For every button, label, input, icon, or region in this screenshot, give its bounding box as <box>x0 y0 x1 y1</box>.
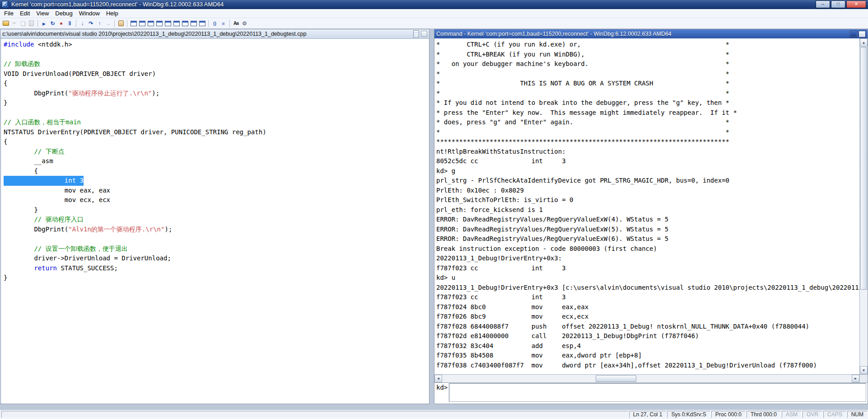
source-line[interactable]: DbgPrint("驱动程序停止运行了.\r\n"); <box>4 89 429 99</box>
title-bar[interactable]: Kernel 'com:port=com1,baud=115200,reconn… <box>0 0 868 9</box>
go-button[interactable] <box>40 20 48 27</box>
scroll-right-icon[interactable]: ► <box>852 375 859 382</box>
options-button[interactable] <box>241 20 248 27</box>
scratch-pad-button[interactable] <box>190 20 197 27</box>
source-line[interactable] <box>4 50 429 60</box>
toolbar-separator <box>229 20 230 27</box>
source-code[interactable]: #include <ntddk.h>// 卸载函数VOID DriverUnlo… <box>0 39 429 404</box>
menu-view[interactable]: View <box>33 9 52 17</box>
window-controls: – □ × <box>816 0 866 8</box>
menu-file[interactable]: File <box>1 9 17 17</box>
source-line[interactable]: // 入口函数，相当于main <box>4 118 429 127</box>
close-button[interactable]: × <box>846 0 866 8</box>
source-window: c:\users\alvin\documents\visual studio 2… <box>0 29 429 404</box>
source-window-titlebar[interactable]: c:\users\alvin\documents\visual studio 2… <box>0 29 429 39</box>
watch-window-button[interactable] <box>138 20 146 27</box>
vertical-scroll-track[interactable] <box>860 290 868 366</box>
break-button[interactable] <box>66 20 74 27</box>
status-asm: ASM <box>782 411 802 418</box>
source-line[interactable]: DbgPrint("Alv1n的第一个驱动程序.\r\n"); <box>4 225 429 235</box>
source-line[interactable] <box>4 108 429 118</box>
source-line[interactable]: mov eax, eax <box>4 186 429 196</box>
step-out-button[interactable] <box>96 20 103 27</box>
status-bar: Ln 27, Col 1Sys 0:KdSrv:SProc 000:0Thrd … <box>0 410 868 419</box>
source-line[interactable]: __asm <box>4 156 429 166</box>
vertical-scroll-thumb[interactable] <box>860 47 867 290</box>
source-line[interactable]: } <box>4 273 429 283</box>
step-over-button[interactable] <box>87 20 95 27</box>
registers-window-button[interactable] <box>155 20 163 27</box>
source-line[interactable]: int 3 <box>4 176 429 186</box>
processes-threads-button[interactable] <box>198 20 206 27</box>
disassembly-window-button[interactable] <box>181 20 189 27</box>
menu-window[interactable]: Window <box>76 9 103 17</box>
toolbar-separator <box>114 20 115 27</box>
toolbar <box>0 18 868 29</box>
step-into-button[interactable] <box>79 20 86 27</box>
copy-button[interactable] <box>19 20 27 27</box>
horizontal-scroll-track[interactable] <box>442 375 852 382</box>
source-line[interactable]: { <box>4 79 429 89</box>
status-position: Ln 27, Col 1 <box>629 411 667 418</box>
command-window-titlebar[interactable]: Command - Kernel 'com:port=com1,baud=115… <box>434 29 868 38</box>
source-line[interactable]: { <box>4 137 429 147</box>
status-num: NUM <box>847 411 868 418</box>
locals-window-button[interactable] <box>147 20 154 27</box>
command-close-icon[interactable] <box>859 31 866 38</box>
toolbar-separator <box>76 20 76 27</box>
horizontal-scroll-thumb[interactable] <box>596 375 636 382</box>
source-line[interactable]: } <box>4 98 429 108</box>
command-window: Command - Kernel 'com:port=com1,baud=115… <box>434 29 868 404</box>
command-window-title: Command - Kernel 'com:port=com1,baud=115… <box>436 31 849 37</box>
scroll-up-icon[interactable]: ▲ <box>860 38 868 47</box>
source-line[interactable]: } <box>4 205 429 215</box>
scroll-down-icon[interactable]: ▼ <box>860 366 868 374</box>
source-window-menu-button[interactable] <box>421 31 427 37</box>
kd-prompt-label: kd> <box>434 383 449 404</box>
source-mode-off-button[interactable] <box>219 20 227 27</box>
cut-button[interactable] <box>10 20 18 27</box>
toolbar-separator <box>127 20 127 27</box>
menu-edit[interactable]: Edit <box>17 9 33 17</box>
source-line[interactable]: // 下断点 <box>4 147 429 157</box>
stop-debugging-button[interactable] <box>57 20 65 27</box>
source-line[interactable]: // 卸载函数 <box>4 59 429 69</box>
vertical-scrollbar[interactable]: ▲ ▼ <box>859 38 868 374</box>
source-line[interactable]: VOID DriverUnload(PDRIVER_OBJECT driver) <box>4 69 429 79</box>
run-to-cursor-button[interactable] <box>104 20 112 27</box>
window-title: Kernel 'com:port=com1,baud=115200,reconn… <box>11 1 224 8</box>
source-line[interactable]: // 设置一个卸载函数，便于退出 <box>4 244 429 254</box>
horizontal-scrollbar[interactable]: ◄ ► <box>434 374 868 382</box>
source-line[interactable]: return STATUS_SUCCESS; <box>4 264 429 273</box>
dock-icon[interactable] <box>850 31 857 38</box>
memory-window-button[interactable] <box>164 20 172 27</box>
source-line[interactable]: mov ecx, ecx <box>4 195 429 205</box>
status-ovr: OVR <box>803 411 822 418</box>
status-message-area <box>1 411 628 418</box>
open-source-file-button[interactable] <box>2 20 9 27</box>
minimize-button[interactable]: – <box>816 0 830 8</box>
source-line[interactable]: NTSTATUS DriverEntry(PDRIVER_OBJECT driv… <box>4 127 429 137</box>
source-line[interactable]: { <box>4 166 429 176</box>
source-line[interactable]: driver->DriverUnload = DriverUnload; <box>4 254 429 264</box>
source-mode-on-button[interactable] <box>211 20 219 27</box>
command-output: * CTRL+C (if you run kd.exe) or, * * CTR… <box>434 38 859 370</box>
source-line[interactable]: #include <ntddk.h> <box>4 40 429 50</box>
paste-button[interactable] <box>28 20 35 27</box>
maximize-button[interactable]: □ <box>831 0 845 8</box>
source-line[interactable] <box>4 234 429 244</box>
source-line[interactable]: // 驱动程序入口 <box>4 215 429 225</box>
command-input[interactable] <box>449 383 866 402</box>
windbg-icon <box>2 1 9 8</box>
scroll-left-icon[interactable]: ◄ <box>434 375 442 382</box>
menu-debug[interactable]: Debug <box>52 9 75 17</box>
command-output-area[interactable]: * CTRL+C (if you run kd.exe) or, * * CTR… <box>434 38 859 374</box>
command-window-button[interactable] <box>130 20 137 27</box>
insert-breakpoint-button[interactable] <box>117 20 125 27</box>
status-process: Proc 000:0 <box>711 411 746 418</box>
menu-help[interactable]: Help <box>103 9 121 17</box>
font-button[interactable] <box>232 20 240 27</box>
pane-splitter[interactable] <box>429 29 434 410</box>
calls-window-button[interactable] <box>173 20 180 27</box>
restart-button[interactable] <box>49 20 56 27</box>
